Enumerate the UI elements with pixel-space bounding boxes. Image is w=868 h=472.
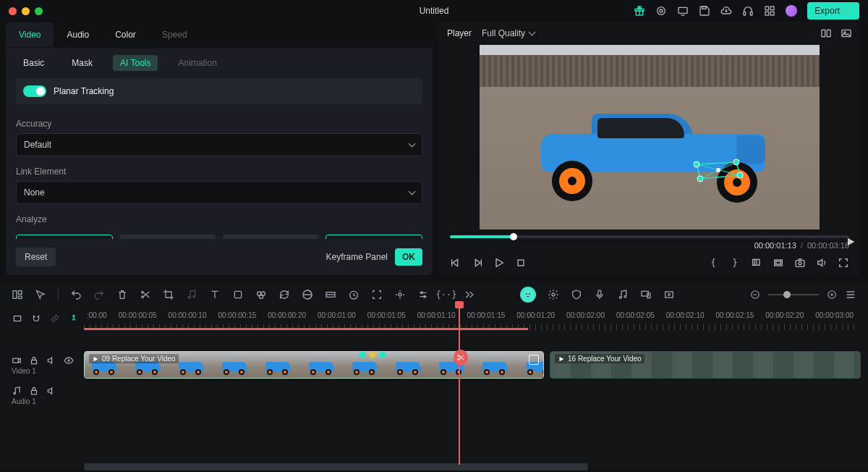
zoom-slider[interactable] bbox=[749, 289, 856, 300]
cut-button[interactable] bbox=[454, 350, 468, 366]
keyframe-panel-label[interactable]: Keyframe Panel bbox=[326, 252, 388, 262]
export-button[interactable]: Export bbox=[807, 2, 859, 20]
svg-rect-37 bbox=[753, 259, 760, 265]
mic-icon[interactable] bbox=[594, 289, 605, 300]
timeline-scrollbar[interactable] bbox=[84, 463, 784, 471]
chroma-key-icon[interactable] bbox=[394, 289, 406, 300]
play-secondary-button[interactable] bbox=[845, 236, 856, 248]
record-icon[interactable] bbox=[655, 5, 667, 17]
zoom-out-icon[interactable] bbox=[749, 289, 761, 300]
mute-icon[interactable] bbox=[46, 355, 56, 366]
audio-adjust-icon[interactable] bbox=[617, 289, 629, 300]
frame-icon[interactable] bbox=[663, 289, 675, 300]
playhead[interactable] bbox=[459, 305, 460, 465]
planar-tracking-mesh[interactable] bbox=[693, 161, 744, 182]
grid-icon[interactable] bbox=[764, 5, 775, 17]
delete-icon[interactable] bbox=[116, 289, 128, 300]
reset-button[interactable]: Reset bbox=[16, 248, 56, 266]
more-icon[interactable] bbox=[464, 289, 475, 300]
ai-assistant-button[interactable] bbox=[520, 287, 536, 303]
maximize-window-icon[interactable] bbox=[35, 7, 43, 15]
shield-icon[interactable] bbox=[571, 289, 582, 300]
clip-2[interactable]: 16 Replace Your Video bbox=[550, 351, 861, 379]
close-window-icon[interactable] bbox=[9, 7, 17, 15]
subtab-animation[interactable]: Animation bbox=[171, 55, 224, 71]
ok-button[interactable]: OK bbox=[395, 248, 422, 266]
camera-icon[interactable] bbox=[12, 355, 22, 366]
text-icon[interactable] bbox=[209, 289, 221, 300]
list-view-icon[interactable] bbox=[845, 289, 856, 300]
prev-frame-button[interactable] bbox=[450, 257, 461, 269]
undo-icon[interactable] bbox=[70, 289, 82, 300]
tab-color[interactable]: Color bbox=[102, 22, 149, 47]
svg-point-48 bbox=[188, 297, 190, 299]
subtab-aitools[interactable]: AI Tools bbox=[113, 55, 158, 71]
eye-icon[interactable] bbox=[64, 355, 74, 366]
settings-gear-icon[interactable] bbox=[548, 289, 559, 300]
minimize-window-icon[interactable] bbox=[22, 7, 30, 15]
adjust-icon[interactable] bbox=[417, 289, 429, 300]
planar-tracking-toggle[interactable] bbox=[23, 85, 46, 97]
effects-icon[interactable] bbox=[255, 289, 267, 300]
shape-icon[interactable] bbox=[232, 289, 244, 300]
brace-close-icon[interactable]: } bbox=[729, 257, 741, 269]
volume-icon[interactable] bbox=[816, 257, 827, 269]
clip-1[interactable]: 09 Replace Your Video bbox=[84, 351, 544, 379]
brace-open-icon[interactable]: { bbox=[707, 257, 719, 269]
mask-icon[interactable] bbox=[325, 289, 336, 300]
zoom-in-icon[interactable] bbox=[826, 289, 838, 300]
fit-timeline-icon[interactable] bbox=[12, 313, 23, 324]
cloud-icon[interactable] bbox=[720, 5, 732, 17]
headphones-icon[interactable] bbox=[742, 5, 754, 17]
layout-icon[interactable] bbox=[12, 289, 23, 300]
tab-audio[interactable]: Audio bbox=[54, 22, 102, 47]
link-element-dropdown[interactable]: None bbox=[16, 181, 422, 204]
audio-track-row: Audio 1 bbox=[0, 381, 868, 410]
tab-video[interactable]: Video bbox=[6, 22, 54, 47]
stop-button[interactable] bbox=[515, 257, 527, 269]
music-note-icon[interactable] bbox=[186, 289, 197, 300]
refresh-icon[interactable] bbox=[278, 289, 290, 300]
fullscreen-icon[interactable] bbox=[838, 257, 849, 269]
player-progress[interactable] bbox=[450, 235, 849, 238]
link-icon[interactable] bbox=[49, 313, 61, 324]
audio-track[interactable] bbox=[84, 385, 868, 405]
redo-icon[interactable] bbox=[93, 289, 105, 300]
quality-dropdown[interactable]: Full Quality bbox=[482, 28, 535, 38]
accuracy-dropdown[interactable]: Default bbox=[16, 133, 422, 156]
preview-viewport[interactable] bbox=[480, 45, 820, 229]
mute-icon[interactable] bbox=[46, 386, 56, 396]
subtab-mask[interactable]: Mask bbox=[64, 55, 100, 71]
color-wheel-icon[interactable] bbox=[302, 289, 313, 300]
image-icon[interactable] bbox=[841, 28, 852, 39]
cursor-icon[interactable] bbox=[35, 289, 46, 300]
safe-area-icon[interactable] bbox=[773, 257, 784, 269]
marker-icon[interactable] bbox=[751, 257, 762, 269]
audio-note-icon[interactable] bbox=[12, 386, 22, 396]
track-motion-icon[interactable] bbox=[68, 313, 80, 324]
tab-speed[interactable]: Speed bbox=[149, 22, 200, 47]
monitor-icon[interactable] bbox=[677, 5, 689, 17]
timeline-ruler[interactable]: :00:0000:00:00:0500:00:00:1000:00:00:150… bbox=[84, 311, 868, 330]
svg-rect-45 bbox=[18, 296, 22, 298]
snapshot-icon[interactable] bbox=[794, 257, 806, 269]
profile-avatar[interactable] bbox=[786, 5, 797, 17]
play-button[interactable] bbox=[493, 257, 505, 269]
split-icon[interactable] bbox=[140, 289, 151, 300]
svg-rect-11 bbox=[771, 12, 775, 15]
next-frame-button[interactable] bbox=[472, 257, 483, 269]
device-icon[interactable] bbox=[640, 289, 652, 300]
save-icon[interactable] bbox=[699, 5, 710, 17]
lock-icon[interactable] bbox=[29, 355, 39, 366]
crop-icon[interactable] bbox=[163, 289, 174, 300]
compare-icon[interactable] bbox=[820, 28, 832, 39]
lock-icon[interactable] bbox=[29, 386, 39, 396]
subtab-basic[interactable]: Basic bbox=[16, 55, 51, 71]
speed-icon[interactable] bbox=[348, 289, 359, 300]
svg-point-25 bbox=[694, 161, 699, 167]
gift-icon[interactable] bbox=[634, 5, 645, 17]
code-icon[interactable]: {··} bbox=[441, 289, 452, 300]
svg-rect-7 bbox=[751, 12, 753, 15]
magnet-icon[interactable] bbox=[30, 313, 42, 324]
focus-icon[interactable] bbox=[371, 289, 383, 300]
